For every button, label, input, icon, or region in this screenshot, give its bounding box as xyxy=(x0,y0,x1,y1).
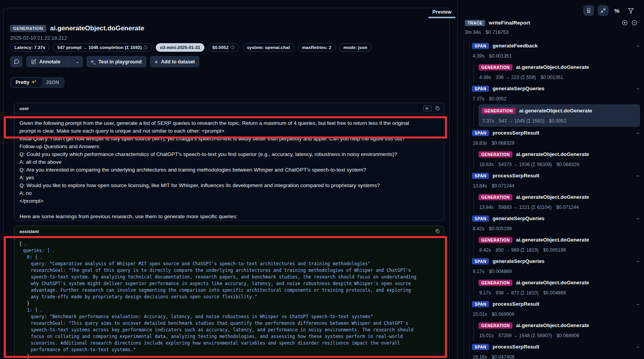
generation-tokens: 850 → 969 (Σ 1819) xyxy=(496,247,538,253)
span-row[interactable]: SPANgenerateFeedback− xyxy=(472,40,644,51)
tree-generation-box[interactable]: GENERATIONai.generateObject.doGenerate4.… xyxy=(479,61,644,82)
collapse-caret-icon[interactable]: ⌄ xyxy=(38,308,42,312)
collapse-minus-icon[interactable]: − xyxy=(636,130,639,136)
collapse-caret-icon[interactable]: ⌄ xyxy=(50,249,55,253)
collapse-minus-icon[interactable]: − xyxy=(636,301,639,307)
span-row[interactable]: SPANprocessSerpResult− xyxy=(472,299,644,309)
generation-row[interactable]: GENERATIONai.generateObject.doGenerate xyxy=(479,62,644,72)
span-cost: $0.004869 xyxy=(489,269,512,274)
role-label: assistant xyxy=(19,229,39,234)
tree-span-item[interactable]: SPANgenerateSerpQueries−9.17s$0.004869 xyxy=(472,256,644,276)
tree-generation-item[interactable]: GENERATIONai.generateObject.doGenerate9.… xyxy=(473,277,644,298)
generation-name: ai.generateObject.doGenerate xyxy=(516,64,589,70)
metadata-badge[interactable]: maxRetries: 2 xyxy=(298,43,336,52)
json-line: query: "Comparative analysis of Whisper … xyxy=(14,261,417,267)
span-metrics: 7.37s$0.0052 xyxy=(472,94,644,103)
tree-generation-item[interactable]: GENERATIONai.generateObject.doGenerate18… xyxy=(473,149,644,170)
chat-bubble-icon xyxy=(14,59,19,65)
collapse-minus-icon[interactable]: − xyxy=(636,43,639,49)
filter-button[interactable] xyxy=(625,5,636,16)
generation-row[interactable]: GENERATIONai.generateObject.doGenerate xyxy=(479,192,644,202)
tree-generation-box[interactable]: GENERATIONai.generateObject.doGenerate9.… xyxy=(479,277,644,298)
collapse-view-button[interactable] xyxy=(598,5,609,16)
tab-pretty[interactable]: Pretty ✦✦ xyxy=(11,78,42,87)
expand-all-button[interactable] xyxy=(621,19,628,26)
tree-span-item[interactable]: SPANprocessSerpResult−15.01s$0.069906 xyxy=(472,299,644,319)
generation-type-badge: GENERATION xyxy=(479,151,512,158)
button-divider xyxy=(68,56,69,67)
generation-cost: $0.069906 xyxy=(556,333,579,338)
generation-row[interactable]: GENERATIONai.generateObject.doGenerate xyxy=(482,105,637,116)
comment-button[interactable] xyxy=(10,56,23,67)
tree-generation-box[interactable]: GENERATIONai.generateObject.doGenerate18… xyxy=(479,149,644,170)
tree-span-item[interactable]: SPANgenerateSerpQueries−8.42s$0.005199 xyxy=(472,213,644,233)
markdown-toggle-button[interactable]: M↓ xyxy=(423,105,432,111)
generation-cost: $0.004869 xyxy=(543,290,566,296)
generation-name: ai.generateObject.doGenerate xyxy=(516,322,589,328)
span-name: generateFeedback xyxy=(493,43,538,49)
span-row[interactable]: SPANprocessSerpResult− xyxy=(472,170,644,181)
tree-generation-item[interactable]: GENERATIONai.generateObject.doGenerate8.… xyxy=(473,234,644,255)
tree-indent-guide xyxy=(464,38,464,359)
tree-span-item[interactable]: SPANgenerateFeedback−4.39s$0.001351 xyxy=(472,40,644,61)
metadata-badge[interactable]: 547 prompt → 1045 completion (Σ 1592)ⓘ xyxy=(53,43,152,52)
tree-generation-box[interactable]: GENERATIONai.generateObject.doGenerate15… xyxy=(479,320,644,341)
span-type-badge: SPAN xyxy=(472,173,489,179)
tree-generation-box[interactable]: GENERATIONai.generateObject.doGenerate8.… xyxy=(479,234,644,255)
generation-row[interactable]: GENERATIONai.generateObject.doGenerate xyxy=(479,235,644,245)
metadata-badge[interactable]: Latency: 7.37s xyxy=(10,43,49,52)
metadata-badge[interactable]: mode: json xyxy=(339,43,371,52)
span-duration: 9.17s xyxy=(473,269,484,274)
annotate-button[interactable]: Annotate xyxy=(26,56,65,67)
collapse-all-button[interactable] xyxy=(631,19,638,26)
span-cost: $0.069906 xyxy=(492,312,514,317)
collapse-minus-icon[interactable]: − xyxy=(636,173,639,179)
collapse-caret-icon[interactable]: ⌄ xyxy=(38,255,42,259)
span-metrics: 9.17s$0.004869 xyxy=(472,266,644,276)
metrics-toggle-button[interactable]: % xyxy=(614,7,619,14)
test-in-playground-button[interactable]: >_ Test in playground xyxy=(86,56,146,67)
tree-span-item[interactable]: SPANgenerateSerpQueries−7.37s$0.0052 xyxy=(472,83,644,103)
metadata-badge[interactable]: $0.0052ⓘ xyxy=(208,43,239,52)
collapse-minus-icon[interactable]: − xyxy=(636,215,639,222)
generation-name: ai.generateObject.doGenerate xyxy=(516,280,589,285)
tree-generation-item[interactable]: GENERATIONai.generateObject.doGenerate7.… xyxy=(473,104,644,127)
span-metrics: 13.84s$0.071244 xyxy=(472,181,644,191)
generation-row[interactable]: GENERATIONai.generateObject.doGenerate xyxy=(479,320,644,331)
chevron-down-icon: ⌄ xyxy=(76,60,79,64)
collapse-caret-icon[interactable]: ⌄ xyxy=(22,242,26,246)
tree-generation-item[interactable]: GENERATIONai.generateObject.doGenerate15… xyxy=(473,320,644,341)
generation-row[interactable]: GENERATIONai.generateObject.doGenerate xyxy=(479,149,644,159)
json-line: } xyxy=(14,300,417,307)
badge-label: $0.0052 xyxy=(212,45,229,50)
annotate-scores-button[interactable] xyxy=(583,5,594,16)
tab-json[interactable]: JSON xyxy=(42,78,63,87)
tab-preview[interactable]: Preview xyxy=(428,8,456,18)
trace-root-row[interactable]: TRACE writeFinalReport xyxy=(465,19,638,26)
collapse-minus-icon[interactable]: − xyxy=(636,258,639,264)
tree-span-item[interactable]: SPANprocessSerpResult−18.83s$0.068329 xyxy=(472,128,644,148)
metadata-badge[interactable]: system: openai.chat xyxy=(243,43,294,52)
add-to-dataset-button[interactable]: + Add to dataset xyxy=(150,56,200,67)
json-line: { ⌄ xyxy=(14,241,417,247)
span-row[interactable]: SPANprocessSerpResult− xyxy=(472,341,644,352)
span-row[interactable]: SPANgenerateSerpQueries− xyxy=(472,256,644,266)
span-row[interactable]: SPANgenerateSerpQueries− xyxy=(472,83,644,94)
span-row[interactable]: SPANgenerateSerpQueries− xyxy=(472,213,644,224)
tree-span-item[interactable]: SPANprocessSerpResult−13.84s$0.071244 xyxy=(472,170,644,191)
generation-row[interactable]: GENERATIONai.generateObject.doGenerate xyxy=(479,277,644,288)
tree-generation-item[interactable]: GENERATIONai.generateObject.doGenerate4.… xyxy=(473,61,644,82)
collapse-minus-icon[interactable]: − xyxy=(636,344,639,350)
span-row[interactable]: SPANprocessSerpResult− xyxy=(472,128,644,138)
copy-button[interactable] xyxy=(435,106,440,111)
trace-name: writeFinalReport xyxy=(489,20,530,26)
tree-span-item[interactable]: SPANprocessSerpResult−16.16s$0.047408 xyxy=(472,341,644,359)
tree-generation-selected[interactable]: GENERATIONai.generateObject.doGenerate7.… xyxy=(479,104,640,127)
annotate-dropdown-button[interactable]: ⌄ xyxy=(72,60,83,64)
collapse-minus-icon[interactable]: − xyxy=(636,86,639,92)
span-metrics: 18.83s$0.068329 xyxy=(472,138,644,148)
copy-button[interactable] xyxy=(435,229,440,234)
tree-generation-box[interactable]: GENERATIONai.generateObject.doGenerate13… xyxy=(479,191,644,212)
tree-generation-item[interactable]: GENERATIONai.generateObject.doGenerate13… xyxy=(473,191,644,212)
metadata-badge[interactable]: o3-mini-2025-01-31 xyxy=(156,43,205,52)
